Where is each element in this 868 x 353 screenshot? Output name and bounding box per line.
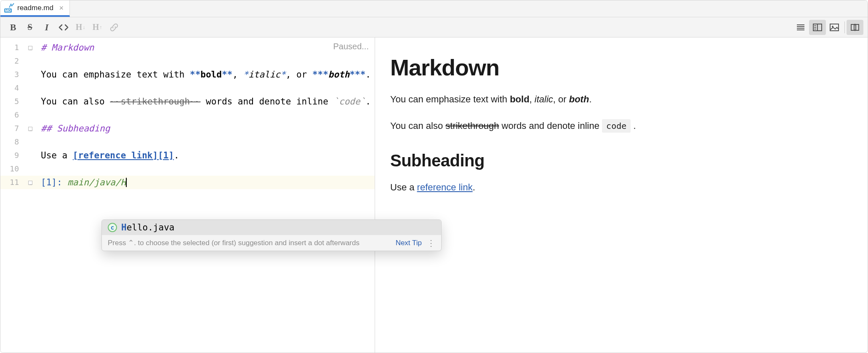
editor-preview-button[interactable] (809, 20, 826, 35)
fold-marker[interactable] (24, 122, 36, 135)
image-icon (830, 24, 839, 31)
svg-rect-4 (851, 24, 854, 30)
tab-filename: readme.md (17, 4, 56, 12)
split-icon (813, 24, 822, 31)
svg-rect-5 (856, 24, 859, 30)
markdown-file-icon (5, 4, 14, 12)
bold-button[interactable]: B (5, 20, 21, 35)
heading-down-button[interactable]: H↓ (72, 20, 89, 35)
completion-popup: c Hello.java Press ⌃. to choose the sele… (101, 219, 442, 251)
editor-only-button[interactable] (792, 20, 809, 35)
close-icon[interactable]: × (59, 4, 64, 12)
completion-hint: Press ⌃. to choose the selected (or firs… (102, 235, 441, 251)
preview-paragraph: Use a reference link. (390, 180, 852, 194)
italic-button[interactable]: I (38, 20, 55, 35)
toolbar: B S I H↓ H↑ (0, 17, 868, 37)
class-icon: c (108, 223, 117, 232)
tab-readme[interactable]: readme.md × (0, 0, 70, 17)
preview-h1: Markdown (390, 54, 852, 80)
tab-bar: readme.md × (0, 0, 868, 17)
preview-pane: Markdown You can emphasize text with bol… (375, 37, 868, 353)
editor-pane[interactable]: 1 2 3 4 5 6 7 8 9 10 11 Paused... # Mark… (0, 37, 375, 353)
text-cursor (126, 178, 127, 187)
fold-marker[interactable] (24, 41, 36, 54)
line-gutter: 1 2 3 4 5 6 7 8 9 10 11 (0, 37, 24, 353)
next-tip-link[interactable]: Next Tip (396, 239, 422, 247)
scroll-sync-button[interactable] (847, 20, 863, 35)
fold-marker[interactable] (24, 176, 36, 189)
fold-gutter (24, 37, 36, 353)
preview-only-button[interactable] (826, 20, 843, 35)
columns-sync-icon (850, 23, 860, 32)
link-icon (109, 23, 119, 32)
code-button[interactable] (55, 20, 72, 35)
heading-up-button[interactable]: H↑ (89, 20, 106, 35)
link-button[interactable] (106, 20, 122, 35)
strikethrough-button[interactable]: S (21, 20, 38, 35)
code-icon (59, 24, 69, 31)
preview-paragraph: You can emphasize text with bold, italic… (390, 92, 852, 106)
lines-icon (796, 24, 805, 31)
preview-link[interactable]: reference link (417, 182, 473, 193)
kebab-icon[interactable]: ⋮ (427, 241, 435, 245)
preview-paragraph: You can also strikethrough words and den… (390, 119, 852, 133)
completion-item[interactable]: c Hello.java (102, 220, 441, 235)
code-area[interactable]: # Markdown You can emphasize text with *… (41, 37, 375, 189)
preview-h2: Subheading (390, 151, 852, 170)
